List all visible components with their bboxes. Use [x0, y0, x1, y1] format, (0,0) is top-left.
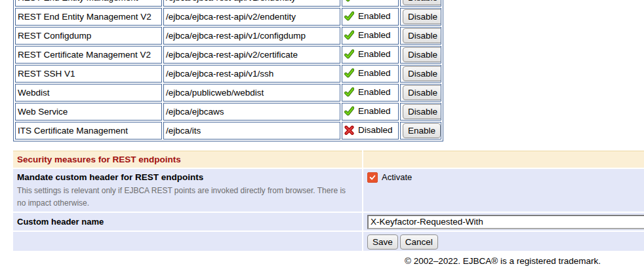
endpoint-action-cell: Disable: [400, 46, 441, 64]
endpoint-table: REST End Entity Management /ejbca/ejbca-…: [13, 0, 443, 141]
security-section-header: Security measures for REST endpoints: [13, 151, 362, 168]
endpoint-name: REST End Entity Management: [15, 0, 162, 7]
activate-label: Activate: [382, 172, 412, 182]
status-label: Enabled: [358, 49, 391, 59]
endpoint-name: Web Service: [15, 103, 162, 121]
mandate-header-label: Mandate custom header for REST endpoints: [17, 172, 358, 182]
endpoint-action-cell: Disable: [400, 65, 441, 83]
endpoint-path: /ejbca/its: [163, 122, 340, 140]
status-label: Enabled: [358, 11, 391, 21]
endpoint-status-cell: Enabled: [342, 0, 399, 7]
endpoint-path: /ejbca/ejbca-rest-api/v1/configdump: [163, 27, 340, 45]
check-icon: [344, 106, 354, 116]
endpoint-action-cell: Enable: [400, 122, 441, 140]
endpoint-path: /ejbca/publicweb/webdist: [163, 84, 340, 102]
check-icon: [344, 0, 354, 2]
toggle-button[interactable]: Disable: [403, 0, 441, 5]
endpoint-table-body: REST End Entity Management /ejbca/ejbca-…: [15, 0, 441, 140]
table-row: REST End Entity Management V2 /ejbca/ejb…: [15, 8, 441, 26]
endpoint-name: ITS Certificate Management: [15, 122, 162, 140]
check-icon: [344, 87, 354, 97]
buttons-row-left: [13, 232, 362, 251]
table-row: REST End Entity Management /ejbca/ejbca-…: [15, 0, 441, 7]
endpoint-action-cell: Disable: [400, 103, 441, 121]
status-label: Enabled: [358, 30, 391, 40]
cancel-button[interactable]: Cancel: [400, 234, 438, 250]
activate-checkbox[interactable]: [367, 172, 378, 183]
endpoint-path: /ejbca/ejbca-rest-api/v1/endentity: [163, 0, 340, 7]
toggle-button[interactable]: Disable: [403, 28, 441, 43]
toggle-button[interactable]: Disable: [403, 47, 441, 62]
endpoint-status-cell: Enabled: [342, 27, 399, 45]
toggle-button[interactable]: Disable: [403, 66, 441, 81]
security-section: Security measures for REST endpoints Man…: [13, 151, 644, 251]
endpoint-status-cell: Enabled: [342, 65, 399, 83]
endpoint-name: REST Certificate Management V2: [15, 46, 162, 64]
security-section-title: Security measures for REST endpoints: [17, 155, 181, 164]
toggle-button[interactable]: Disable: [403, 104, 441, 119]
status-label: Disabled: [358, 125, 393, 135]
endpoint-path: /ejbca/ejbca-rest-api/v2/certificate: [163, 46, 340, 64]
endpoint-name: REST Configdump: [15, 27, 162, 45]
toggle-button[interactable]: Enable: [403, 123, 441, 138]
endpoint-status-cell: Enabled: [342, 103, 399, 121]
endpoint-name: REST SSH V1: [15, 65, 162, 83]
custom-header-input[interactable]: [367, 215, 644, 229]
endpoint-action-cell: Disable: [400, 84, 441, 102]
endpoint-action-cell: Disable: [400, 27, 441, 45]
status-label: Enabled: [358, 106, 391, 116]
table-row: Web Service /ejbca/ejbcaws: [15, 103, 441, 121]
table-row: REST Certificate Management V2 /ejbca/ej…: [15, 46, 441, 64]
endpoint-status-cell: Enabled: [342, 8, 399, 26]
endpoint-path: /ejbca/ejbca-rest-api/v1/ssh: [163, 65, 340, 83]
endpoint-path: /ejbca/ejbcaws: [163, 103, 340, 121]
table-row: REST Configdump /ejbca/ejbca-rest-api/v1…: [15, 27, 441, 45]
endpoint-name: Webdist: [15, 84, 162, 102]
endpoint-action-cell: Disable: [400, 0, 441, 7]
ejbca-protocol-configuration-page: REST End Entity Management /ejbca/ejbca-…: [0, 0, 644, 279]
custom-header-input-cell: [363, 213, 644, 231]
endpoint-status-cell: Enabled: [342, 84, 399, 102]
mandate-header-description: This settings is relevant only if EJBCA …: [17, 185, 355, 210]
custom-header-name-cell: Custom header name: [13, 213, 362, 231]
save-button[interactable]: Save: [367, 234, 398, 250]
table-row: Webdist /ejbca/publicweb/webdist: [15, 84, 441, 102]
custom-header-name-label: Custom header name: [17, 217, 104, 227]
security-section-header-right: [363, 151, 644, 168]
buttons-row: Save Cancel: [363, 232, 644, 251]
x-icon: [344, 125, 354, 135]
endpoint-status-cell: Disabled: [342, 122, 399, 140]
mandate-header-cell: Mandate custom header for REST endpoints…: [13, 169, 362, 212]
activate-cell: Activate: [363, 169, 644, 212]
endpoint-status-cell: Enabled: [342, 46, 399, 64]
check-icon: [344, 68, 354, 78]
table-row: ITS Certificate Management /ejbca/its: [15, 122, 441, 140]
table-row: REST SSH V1 /ejbca/ejbca-rest-api/v1/ssh: [15, 65, 441, 83]
check-icon: [344, 49, 354, 59]
toggle-button[interactable]: Disable: [403, 85, 441, 100]
toggle-button[interactable]: Disable: [403, 9, 441, 24]
status-label: Enabled: [358, 0, 391, 2]
endpoint-path: /ejbca/ejbca-rest-api/v2/endentity: [163, 8, 340, 26]
endpoint-name: REST End Entity Management V2: [15, 8, 162, 26]
check-icon: [344, 30, 354, 40]
check-icon: [344, 11, 354, 21]
endpoint-action-cell: Disable: [400, 8, 441, 26]
copyright-text: © 2002–2022. EJBCA® is a registered trad…: [405, 256, 644, 266]
status-label: Enabled: [358, 87, 391, 97]
status-label: Enabled: [358, 68, 391, 78]
checkmark-icon: [369, 174, 376, 181]
